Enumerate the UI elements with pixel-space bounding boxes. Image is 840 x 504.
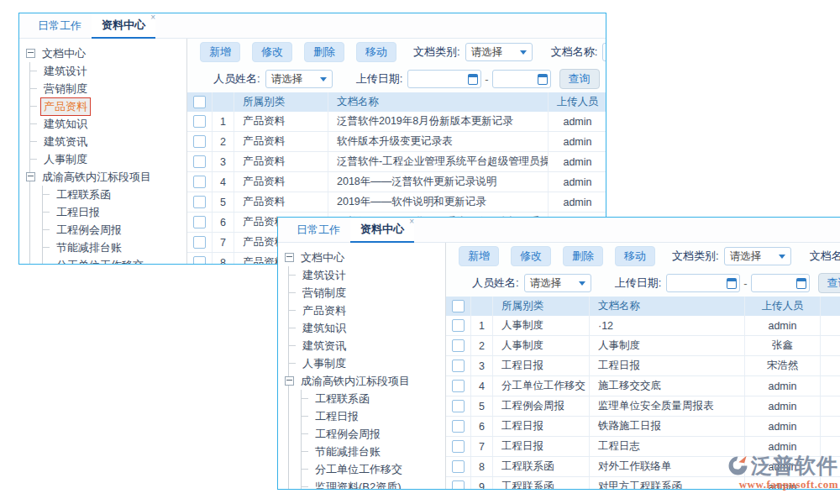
table-row[interactable]: 1人事制度·12admin [446,316,840,336]
close-icon[interactable]: × [409,218,414,226]
tree-item[interactable]: 人事制度 [30,150,186,168]
tree-item[interactable]: 产品资料 [30,97,186,115]
delete-button[interactable]: 删除 [304,42,344,62]
person-select[interactable]: 请选择 [265,70,333,88]
calendar-icon[interactable] [796,278,806,289]
add-button[interactable]: 新增 [200,42,240,62]
tree-item[interactable]: 工程例会周报 [302,425,445,443]
tree-branch-line [302,486,308,487]
row-checkbox[interactable] [193,135,206,148]
edit-button[interactable]: 修改 [511,246,551,266]
tree-item[interactable]: 工程联系函 [43,186,186,203]
cell-docname: 软件版本升级变更记录表 [328,132,549,151]
tree-item[interactable]: 建筑资讯 [289,337,445,354]
row-checkbox[interactable] [452,460,465,473]
delete-button[interactable]: 删除 [563,246,603,266]
tree-item[interactable]: 工程日报 [43,203,186,221]
tree-item[interactable]: 分工单位工作移交 [43,256,186,264]
row-checkbox[interactable] [193,216,206,228]
table-row[interactable]: 6工程日报铁路施工日报admin [446,417,840,437]
tree-item[interactable]: 工程例会周报 [43,221,186,239]
move-button[interactable]: 移动 [356,42,396,62]
row-checkbox[interactable] [193,236,206,249]
edit-button[interactable]: 修改 [252,42,292,62]
tree-project-root[interactable]: 成渝高铁内江标段项目 [289,372,445,390]
table-row[interactable]: 2人事制度人事制度张鑫 [446,336,840,356]
tree-item-label: 产品资料 [299,302,349,320]
add-button[interactable]: 新增 [459,246,499,266]
close-icon[interactable]: × [150,13,155,22]
tree-item[interactable]: 监理资料(B2资质) [302,478,445,489]
move-button[interactable]: 移动 [615,246,655,266]
collapse-icon[interactable] [26,172,35,181]
tree-item[interactable]: 营销制度 [30,80,186,97]
table-row[interactable]: 2产品资料软件版本升级变更记录表admin [187,132,606,152]
tree-root-document-center[interactable]: 文档中心 [285,249,445,266]
category-select[interactable]: 请选择 [724,247,791,265]
tree-item[interactable]: 工程日报 [302,407,445,425]
tab-data-center[interactable]: 资料中心 × [92,13,155,39]
row-checkbox[interactable] [452,440,465,453]
tree-item[interactable]: 营销制度 [289,284,445,302]
tree-item[interactable]: 建筑知识 [289,319,445,337]
cell-docname: 人事制度 [590,336,745,355]
row-checkbox[interactable] [193,176,206,188]
header-index-cell [471,297,493,316]
table-row[interactable]: 3工程日报工程日报宋浩然 [446,356,840,376]
cell-uploader: admin [745,396,821,416]
calendar-icon[interactable] [727,278,737,289]
date-separator: - [485,73,488,86]
cell-index: 2 [213,132,234,151]
calendar-icon[interactable] [468,74,478,85]
docname-input[interactable] [602,43,606,61]
header-checkbox-cell [446,297,471,316]
person-select[interactable]: 请选择 [524,274,591,292]
tree-item[interactable]: 分工单位工作移交 [302,460,445,478]
row-checkbox[interactable] [452,420,465,433]
tab-daily-work[interactable]: 日常工作 [28,13,92,38]
collapse-icon[interactable] [285,253,294,262]
tree-item[interactable]: 节能减排台账 [302,443,445,460]
tab-daily-work[interactable]: 日常工作 [286,218,350,242]
row-checkbox[interactable] [452,400,465,412]
table-header-row: 所属别类文档名称上传人员 [446,297,840,316]
row-checkbox[interactable] [193,155,206,168]
row-checkbox[interactable] [452,339,465,352]
table-row[interactable]: 5工程例会周报监理单位安全质量周报表admin [446,396,840,417]
collapse-icon[interactable] [26,49,35,58]
table-row[interactable]: 3产品资料泛普软件-工程企业管理系统平台超级管理员操作手册admin [187,152,606,172]
tree-item[interactable]: 建筑知识 [30,115,186,133]
query-button[interactable]: 查询 [559,69,600,89]
row-checkbox[interactable] [193,115,206,128]
row-checkbox[interactable] [193,256,206,264]
collapse-icon[interactable] [285,376,294,386]
cell-uploader: admin [549,172,606,192]
table-row[interactable]: 1产品资料泛普软件2019年8月份新版本更新记录admin [187,112,606,132]
row-checkbox[interactable] [452,480,465,489]
query-button[interactable]: 查询 [818,273,840,293]
tree-project-root[interactable]: 成渝高铁内江标段项目 [30,168,186,186]
table-row[interactable]: 4分工单位工作移交施工移交交底admin [446,376,840,396]
tree-item[interactable]: 建筑设计 [289,266,445,284]
tree-item[interactable]: 建筑资讯 [30,133,186,150]
cell-index: 9 [471,477,493,489]
table-row[interactable]: 4产品资料2018年——泛普软件更新记录说明admin [187,172,606,192]
tree-item[interactable]: 节能减排台账 [43,239,186,256]
row-checkbox[interactable] [452,380,465,392]
tree-item-label: 产品资料 [40,97,91,116]
category-select[interactable]: 请选择 [465,43,533,61]
tab-data-center[interactable]: 资料中心 × [350,217,414,243]
tree-root-document-center[interactable]: 文档中心 [26,45,186,62]
row-checkbox[interactable] [193,196,206,208]
select-all-checkbox[interactable] [452,300,465,312]
fanpu-logo-icon [727,454,749,477]
calendar-icon[interactable] [538,74,548,85]
row-checkbox[interactable] [452,319,465,332]
tree-item[interactable]: 建筑设计 [30,62,186,80]
row-checkbox[interactable] [452,360,465,372]
select-all-checkbox[interactable] [193,96,206,108]
table-row[interactable]: 5产品资料2019年——软件说明和更新记录admin [187,192,606,213]
tree-item[interactable]: 人事制度 [289,354,445,372]
tree-item[interactable]: 产品资料 [289,302,445,319]
tree-item[interactable]: 工程联系函 [302,390,445,407]
